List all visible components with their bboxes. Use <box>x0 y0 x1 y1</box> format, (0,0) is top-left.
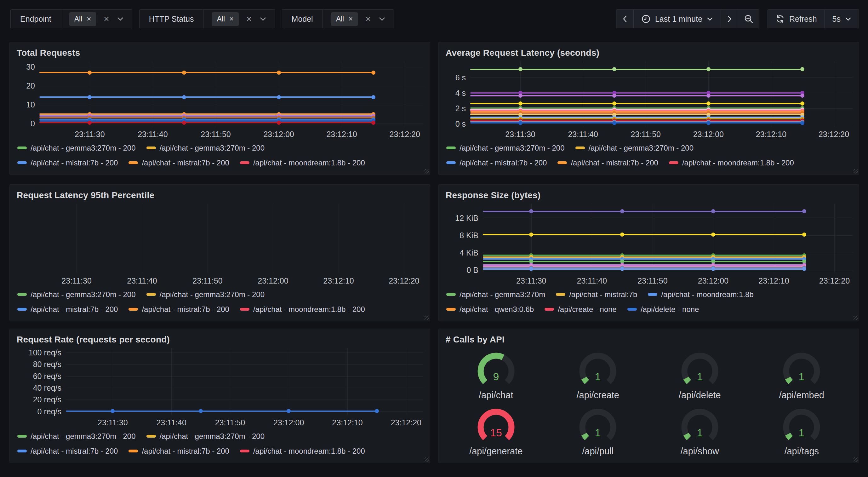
time-shift-back-button[interactable] <box>616 9 634 28</box>
plot-area <box>24 204 424 273</box>
legend-item[interactable]: /api/chat - qwen3:0.6b <box>446 305 534 314</box>
timeseries-chart: 0 B4 KiB8 KiB12 KiB23:11:3023:11:4023:11… <box>445 204 852 318</box>
panel-title[interactable]: Average Request Latency (seconds) <box>446 48 852 58</box>
y-axis: 0 req/s20 req/s40 req/s60 req/s80 req/s1… <box>16 348 66 415</box>
tag-remove-icon[interactable]: × <box>229 15 234 23</box>
grid-line-vertical <box>653 204 653 273</box>
x-axis-label: 23:12:20 <box>818 130 849 139</box>
x-axis: 23:11:3023:11:4023:11:5023:12:0023:12:10… <box>483 273 852 287</box>
data-point <box>277 95 281 99</box>
legend: /api/chat - gemma3:270m - 200/api/chat -… <box>445 140 852 171</box>
legend-item[interactable]: /api/chat - gemma3:270m - 200 <box>147 290 265 299</box>
legend-swatch-icon <box>147 293 156 296</box>
data-point <box>711 267 715 271</box>
legend-item[interactable]: /api/chat - gemma3:270m <box>446 290 545 299</box>
grid-line-horizontal <box>66 376 424 377</box>
filter-tag[interactable]: All× <box>331 12 358 26</box>
grid-line-horizontal <box>470 78 852 78</box>
legend: /api/chat - gemma3:270m - 200/api/chat -… <box>16 428 424 460</box>
legend-item[interactable]: /api/chat - mistral:7b - 200 <box>446 158 547 167</box>
filter-label: Model <box>282 10 323 28</box>
legend-item[interactable]: /api/chat - mistral:7b - 200 <box>557 158 658 167</box>
data-point <box>88 121 92 125</box>
legend-item[interactable]: /api/delete - none <box>627 305 699 314</box>
data-point <box>529 267 533 271</box>
legend-item[interactable]: /api/chat - gemma3:270m - 200 <box>147 432 265 441</box>
legend-item[interactable]: /api/chat - gemma3:270m - 200 <box>17 432 136 441</box>
filter-value[interactable]: All× × <box>323 10 394 28</box>
chevron-down-icon[interactable] <box>259 17 267 21</box>
clear-filter-icon[interactable]: × <box>104 14 109 24</box>
legend-item[interactable]: /api/chat - gemma3:270m - 200 <box>147 144 265 152</box>
chart-body: 0 s2 s4 s6 s <box>445 61 852 127</box>
legend-item[interactable]: /api/chat - moondream:1.8b - 200 <box>240 305 365 314</box>
clear-filter-icon[interactable]: × <box>365 14 371 24</box>
gauge-value: 1 <box>595 426 601 439</box>
legend-row: /api/chat - mistral:7b - 200/api/chat - … <box>17 444 424 458</box>
x-axis-label: 23:11:50 <box>638 276 668 286</box>
data-point <box>111 409 115 413</box>
chevron-down-icon[interactable] <box>378 17 385 21</box>
time-shift-forward-button[interactable] <box>721 9 738 28</box>
gauge-api-embed: 1/api/embed <box>777 351 827 400</box>
gauge-arc: 1 <box>675 351 725 389</box>
legend-swatch-icon <box>17 147 27 149</box>
x-axis-label: 23:12:00 <box>258 276 288 286</box>
filter-tag-text: All <box>336 15 344 23</box>
filter-value[interactable]: All× × <box>204 10 274 28</box>
grid-line-vertical <box>216 61 216 127</box>
legend-item[interactable]: /api/chat - mistral:7b - 200 <box>128 158 229 167</box>
chevron-down-icon[interactable] <box>117 17 124 21</box>
legend-swatch-icon <box>240 308 249 311</box>
time-controls: Last 1 minute Refresh <box>616 9 859 28</box>
legend-item[interactable]: /api/chat - gemma3:270m - 200 <box>576 144 694 152</box>
data-point <box>800 101 804 106</box>
legend-item[interactable]: /api/chat - moondream:1.8b - 200 <box>240 158 365 167</box>
x-axis-label: 23:11:30 <box>98 418 128 427</box>
chart-body: 0102030 <box>16 61 424 127</box>
legend-item[interactable]: /api/chat - mistral:7b - 200 <box>17 158 118 167</box>
legend-label: /api/chat - mistral:7b - 200 <box>142 447 229 455</box>
filter-value[interactable]: All× × <box>61 10 132 28</box>
panel-title[interactable]: Total Requests <box>17 48 424 58</box>
legend-item[interactable]: /api/create - none <box>545 305 617 314</box>
panel-title[interactable]: Response Size (bytes) <box>446 190 852 200</box>
refresh-button[interactable]: Refresh <box>768 9 825 28</box>
filter-tag[interactable]: All× <box>69 12 96 26</box>
x-axis-label: 23:11:40 <box>577 276 607 286</box>
panel-title[interactable]: Request Rate (requests per second) <box>17 335 424 345</box>
grid-line-vertical <box>171 348 172 415</box>
panel-title[interactable]: # Calls by API <box>446 335 852 345</box>
gauge-arc: 1 <box>777 407 827 446</box>
legend-item[interactable]: /api/chat - gemma3:270m - 200 <box>17 290 136 299</box>
y-axis-label: 30 <box>12 62 35 71</box>
panel-calls-by-api: # Calls by API 9/api/chat1/api/create1/a… <box>438 329 859 463</box>
legend-item[interactable]: /api/chat - mistral:7b <box>556 290 637 299</box>
zoom-out-button[interactable] <box>738 9 760 28</box>
gauge-arc: 1 <box>573 407 623 446</box>
filter-tag[interactable]: All× <box>212 12 239 26</box>
legend-item[interactable]: /api/chat - moondream:1.8b - 200 <box>240 447 365 455</box>
tag-remove-icon[interactable]: × <box>87 15 91 23</box>
time-range-picker[interactable]: Last 1 minute <box>633 9 721 28</box>
legend: /api/chat - gemma3:270m - 200/api/chat -… <box>16 140 424 171</box>
legend-swatch-icon <box>648 293 657 296</box>
x-axis-label: 23:12:00 <box>698 276 728 286</box>
legend-item[interactable]: /api/chat - moondream:1.8b <box>648 290 754 299</box>
legend-item[interactable]: /api/chat - moondream:1.8b - 200 <box>669 158 794 167</box>
legend-item[interactable]: /api/chat - mistral:7b - 200 <box>17 447 118 455</box>
legend-item[interactable]: /api/chat - mistral:7b - 200 <box>128 305 229 314</box>
legend-label: /api/chat - qwen3:0.6b <box>460 305 534 314</box>
legend-item[interactable]: /api/chat - mistral:7b - 200 <box>128 447 229 455</box>
legend-item[interactable]: /api/chat - gemma3:270m - 200 <box>17 144 136 152</box>
legend-item[interactable]: /api/chat - mistral:7b - 200 <box>17 305 118 314</box>
legend-item[interactable]: /api/chat - gemma3:270m - 200 <box>446 144 565 152</box>
refresh-interval-dropdown[interactable]: 5s <box>825 9 859 28</box>
tag-remove-icon[interactable]: × <box>348 15 353 23</box>
legend-label: /api/chat - mistral:7b - 200 <box>571 158 658 167</box>
legend-label: /api/chat - mistral:7b - 200 <box>31 158 118 167</box>
filter-model: Model All× × <box>282 9 394 28</box>
panel-title[interactable]: Request Latency 95th Percentile <box>17 190 424 200</box>
grid-line-vertical <box>76 204 77 273</box>
clear-filter-icon[interactable]: × <box>246 14 252 24</box>
